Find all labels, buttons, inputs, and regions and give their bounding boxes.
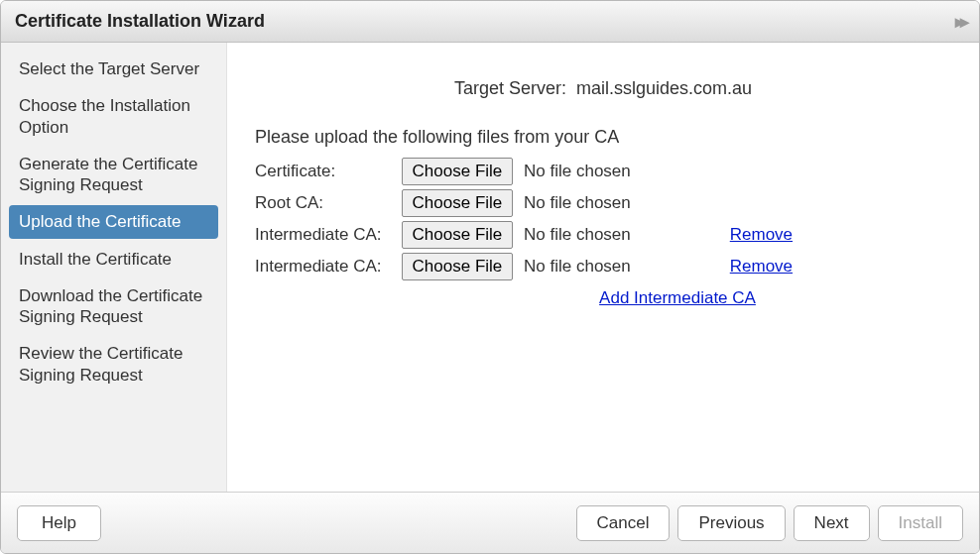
sidebar-item-label: Install the Certificate: [19, 250, 172, 269]
sidebar-item-download-csr[interactable]: Download the Certificate Signing Request: [9, 279, 218, 334]
choose-file-intermediate-ca-1[interactable]: Choose File: [402, 221, 514, 249]
help-button[interactable]: Help: [17, 505, 101, 541]
file-status-intermediate-ca-1: No file chosen: [524, 225, 631, 244]
target-server-value: mail.sslguides.com.au: [576, 78, 752, 98]
row-intermediate-ca-2: Intermediate CA: Choose File No file cho…: [255, 253, 793, 280]
next-button[interactable]: Next: [794, 505, 870, 541]
file-upload-table: Certificate: Choose File No file chosen …: [255, 154, 793, 284]
remove-intermediate-ca-1[interactable]: Remove: [730, 225, 793, 244]
sidebar-item-install-cert[interactable]: Install the Certificate: [9, 243, 218, 276]
step-sidebar: Select the Target Server Choose the Inst…: [1, 43, 227, 492]
main-panel: Target Server: mail.sslguides.com.au Ple…: [227, 43, 979, 492]
file-status-root-ca: No file chosen: [524, 193, 631, 212]
target-server-label: Target Server:: [454, 78, 566, 98]
row-certificate: Certificate: Choose File No file chosen: [255, 158, 793, 185]
sidebar-item-label: Upload the Certificate: [19, 212, 181, 231]
sidebar-item-review-csr[interactable]: Review the Certificate Signing Request: [9, 337, 218, 391]
wizard-footer: Help Cancel Previous Next Install: [1, 492, 979, 553]
label-certificate: Certificate:: [255, 158, 402, 185]
row-intermediate-ca-1: Intermediate CA: Choose File No file cho…: [255, 221, 793, 249]
titlebar: Certificate Installation Wizard ▸▸: [1, 1, 979, 43]
sidebar-item-choose-option[interactable]: Choose the Installation Option: [9, 89, 218, 144]
label-intermediate-ca-1: Intermediate CA:: [255, 221, 402, 249]
row-root-ca: Root CA: Choose File No file chosen: [255, 189, 793, 217]
sidebar-item-label: Download the Certificate Signing Request: [19, 286, 202, 326]
file-status-certificate: No file chosen: [524, 162, 631, 180]
sidebar-item-label: Choose the Installation Option: [19, 96, 190, 136]
sidebar-item-label: Review the Certificate Signing Request: [19, 344, 183, 384]
add-intermediate-row: Add Intermediate CA: [404, 288, 951, 308]
cancel-button[interactable]: Cancel: [576, 505, 671, 541]
install-button: Install: [878, 505, 963, 541]
upload-prompt: Please upload the following files from y…: [255, 127, 951, 148]
choose-file-certificate[interactable]: Choose File: [402, 158, 514, 185]
file-status-intermediate-ca-2: No file chosen: [524, 257, 631, 276]
sidebar-item-upload-cert[interactable]: Upload the Certificate: [9, 205, 218, 238]
window-title: Certificate Installation Wizard: [15, 11, 265, 32]
wizard-window: Certificate Installation Wizard ▸▸ Selec…: [0, 0, 980, 554]
sidebar-item-label: Generate the Certificate Signing Request: [19, 155, 197, 194]
label-intermediate-ca-2: Intermediate CA:: [255, 253, 402, 280]
target-server-line: Target Server: mail.sslguides.com.au: [255, 78, 951, 99]
previous-button[interactable]: Previous: [677, 505, 785, 541]
sidebar-item-label: Select the Target Server: [19, 59, 199, 78]
choose-file-root-ca[interactable]: Choose File: [402, 189, 514, 217]
add-intermediate-ca-link[interactable]: Add Intermediate CA: [599, 288, 756, 307]
choose-file-intermediate-ca-2[interactable]: Choose File: [402, 253, 514, 280]
sidebar-item-generate-csr[interactable]: Generate the Certificate Signing Request: [9, 148, 218, 202]
label-root-ca: Root CA:: [255, 189, 402, 217]
wizard-body: Select the Target Server Choose the Inst…: [1, 43, 979, 492]
remove-intermediate-ca-2[interactable]: Remove: [730, 257, 793, 276]
fast-forward-icon[interactable]: ▸▸: [955, 11, 965, 33]
sidebar-item-select-target[interactable]: Select the Target Server: [9, 53, 218, 85]
